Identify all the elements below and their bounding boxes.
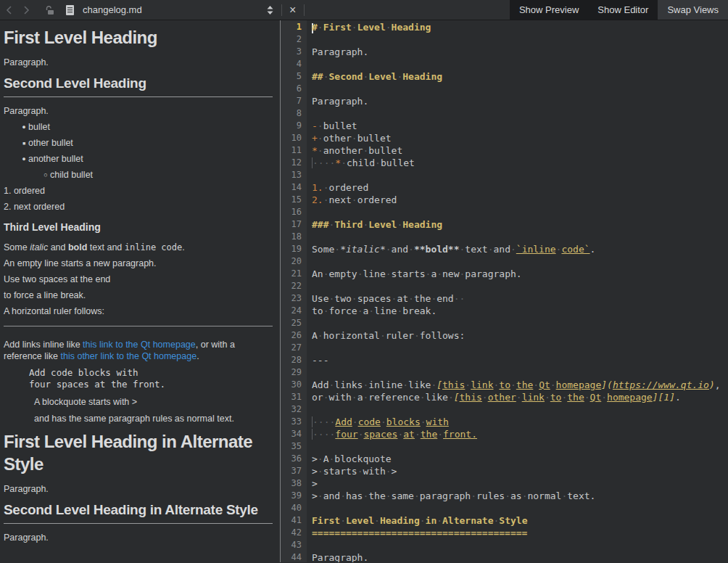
code-token: front.: [443, 429, 477, 440]
preview-link[interactable]: this link to the Qt homepage: [83, 340, 196, 350]
editor-line[interactable]: [312, 440, 728, 453]
unlock-icon[interactable]: [41, 0, 58, 20]
editor-toolbar: changelog.md × Show Preview Show Editor …: [0, 0, 728, 20]
editor-line[interactable]: Paragraph.: [312, 551, 728, 562]
whitespace-dots: ·: [471, 490, 476, 501]
editor-line[interactable]: [312, 539, 728, 551]
editor-line[interactable]: First·Level·Heading·in·Alternate·Style: [312, 514, 728, 527]
swap-views-button[interactable]: Swap Views: [658, 0, 728, 20]
show-editor-button[interactable]: Show Editor: [588, 0, 658, 20]
line-number: 9: [281, 120, 307, 132]
editor-line[interactable]: [312, 83, 728, 95]
editor-code-area[interactable]: #·First·Level·HeadingParagraph.##·Second…: [307, 20, 728, 562]
whitespace-dots: ·: [550, 379, 556, 390]
editor-line[interactable]: ---: [312, 354, 728, 366]
editor-line[interactable]: >: [312, 477, 728, 490]
list-item: ●another bullet: [4, 154, 273, 165]
editor-line[interactable]: Use·two·spaces·at·the·end··: [312, 292, 728, 305]
code-token: Level: [346, 515, 374, 526]
markdown-editor-pane[interactable]: 1234567891011121314151617181920212223242…: [281, 20, 728, 562]
code-token: A: [312, 330, 318, 341]
editor-line[interactable]: -·bullet: [312, 120, 728, 132]
code-token: Level: [357, 22, 386, 33]
editor-line[interactable]: ##·Second·Level·Heading: [312, 70, 728, 83]
editor-line[interactable]: ###·Third·Level·Heading: [312, 218, 728, 231]
line-number: 24: [281, 305, 307, 317]
code-token: code`: [561, 244, 590, 255]
code-token: Use: [312, 293, 328, 304]
whitespace-dots: ·: [352, 194, 357, 205]
close-document-icon[interactable]: ×: [284, 0, 302, 20]
whitespace-dots: ·: [352, 293, 357, 304]
editor-line[interactable]: Paragraph.: [312, 46, 728, 58]
editor-line[interactable]: >·A·blockquote: [312, 453, 728, 465]
editor-line[interactable]: [312, 255, 728, 268]
line-number: 30: [281, 379, 307, 391]
whitespace-dots: ·: [516, 392, 522, 403]
line-number: 43: [281, 539, 307, 551]
editor-line[interactable]: *·another·bullet: [312, 144, 728, 157]
editor-line[interactable]: to·force·a·line·break.: [312, 305, 728, 317]
editor-line[interactable]: [312, 366, 728, 379]
editor-line[interactable]: [312, 280, 728, 292]
code-token: ---: [312, 355, 328, 366]
forward-icon[interactable]: [17, 0, 35, 20]
back-icon[interactable]: [0, 0, 17, 20]
code-token: .: [590, 244, 596, 255]
editor-line[interactable]: 2.·next·ordered: [312, 194, 728, 206]
editor-line[interactable]: 1.·ordered: [312, 181, 728, 194]
preview-paragraph: to force a line break.: [4, 290, 273, 301]
editor-line[interactable]: [312, 403, 728, 416]
editor-line[interactable]: [312, 33, 728, 46]
editor-line[interactable]: [312, 231, 728, 243]
code-token: like: [408, 379, 431, 390]
code-token: starts: [392, 268, 426, 279]
editor-line[interactable]: [312, 317, 728, 329]
preview-paragraph: Use two spaces at the end: [4, 274, 273, 285]
editor-line[interactable]: or·with·a·reference·like·[this·other·lin…: [312, 391, 728, 403]
whitespace-dots: ·: [380, 330, 386, 341]
editor-line[interactable]: #·First·Level·Heading: [312, 21, 728, 33]
editor-line[interactable]: ····four·spaces·at·the·front.: [312, 428, 728, 440]
whitespace-dots: ·: [408, 244, 414, 255]
line-number: 29: [281, 366, 307, 379]
editor-line[interactable]: ····Add·code·blocks·with: [312, 416, 728, 428]
code-token: Heading: [402, 71, 442, 82]
line-number: 1: [281, 21, 307, 33]
list-item-label: bullet: [28, 122, 50, 133]
editor-line[interactable]: A·horizontal·ruler·follows:: [312, 329, 728, 342]
whitespace-dots: ·: [352, 392, 357, 403]
code-token: at: [397, 293, 408, 304]
editor-line[interactable]: [312, 502, 728, 514]
editor-line[interactable]: Paragraph.: [312, 95, 728, 107]
editor-line[interactable]: An·empty·line·starts·a·new·paragraph.: [312, 268, 728, 280]
editor-line[interactable]: +·other·bullet: [312, 132, 728, 144]
editor-line[interactable]: ····*·child·bullet: [312, 157, 728, 169]
code-token: ,: [715, 379, 721, 390]
indent-guide: ····: [312, 429, 335, 440]
code-token: link: [522, 392, 545, 403]
editor-line[interactable]: Add·links·inline·like·[this·link·to·the·…: [312, 379, 728, 391]
document-dropdown-icon[interactable]: [262, 0, 279, 20]
editor-line[interactable]: ======================================: [312, 527, 728, 539]
code-token: ordered: [328, 182, 368, 193]
line-number: 42: [281, 527, 307, 539]
document-icon: [61, 0, 78, 20]
blockquote-line: A blockquote starts with >: [34, 397, 273, 408]
code-token: ruler: [386, 330, 414, 341]
editor-line[interactable]: [312, 342, 728, 354]
editor-line[interactable]: [312, 169, 728, 181]
editor-line[interactable]: [312, 58, 728, 70]
editor-line[interactable]: >·starts·with·>: [312, 465, 728, 477]
editor-line[interactable]: [312, 107, 728, 120]
editor-line[interactable]: >·and·has·the·same·paragraph·rules·as·no…: [312, 490, 728, 502]
line-number: 34: [281, 428, 307, 440]
editor-line[interactable]: [312, 206, 728, 218]
line-number: 39: [281, 490, 307, 502]
whitespace-dots: ·: [408, 293, 414, 304]
show-preview-button[interactable]: Show Preview: [510, 0, 588, 20]
editor-line[interactable]: Some·*italic*·and·**bold**·text·and·`inl…: [312, 243, 728, 255]
code-token: the: [414, 293, 431, 304]
preview-link[interactable]: this other link to the Qt homepage: [61, 351, 197, 361]
code-token: and: [392, 244, 408, 255]
